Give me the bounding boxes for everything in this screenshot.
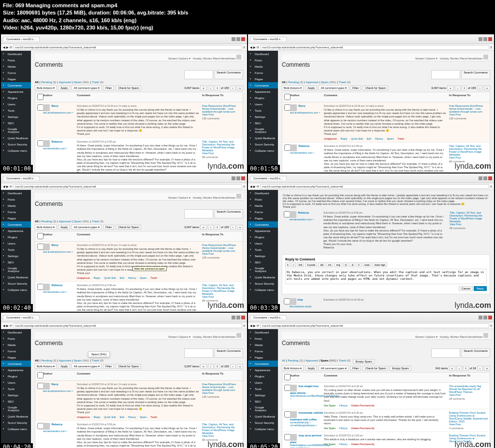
forward-icon[interactable]: ▶ [6, 45, 9, 49]
filter-all[interactable]: All [35, 81, 39, 84]
sidebar-item-pages[interactable]: ▪Pages [248, 354, 278, 361]
apply-button[interactable]: Apply [58, 225, 70, 230]
filter-spam[interactable]: Spam (341) [320, 359, 336, 364]
reply-textarea[interactable]: Hi Rebecca, you are correct in your obse… [285, 269, 487, 284]
sidebar-item-plugins[interactable]: ▪Plugins [248, 95, 278, 101]
view-post-link[interactable]: View Post [202, 252, 214, 255]
author-link[interactable]: test.auralimpressions.com > [43, 390, 73, 392]
screen-options[interactable]: Screen Options ▾ [168, 196, 190, 199]
bulk-actions-select[interactable]: Bulk Actions ▾ [35, 363, 57, 369]
sidebar-item-appearance[interactable]: ▪Appearance [248, 88, 278, 95]
sidebar-item-seo[interactable]: ▪SEO [1, 259, 31, 265]
view-post-link[interactable]: View Post [202, 391, 214, 394]
col-response[interactable]: In Response To [202, 94, 241, 101]
page-next[interactable]: › [230, 225, 236, 230]
sidebar-item-dashboard[interactable]: ▪Dashboard [248, 329, 278, 335]
delete-link[interactable]: Delete Permanently [351, 404, 375, 407]
reload-icon[interactable]: ⟳ [10, 185, 12, 188]
close-icon[interactable] [241, 176, 245, 180]
sidebar-item-google-analytics[interactable]: ▪Google Analytics [248, 405, 278, 413]
page-first[interactable]: « [449, 366, 455, 371]
page-last[interactable]: » [237, 86, 243, 90]
quickedit-link[interactable]: Quick Edit [104, 276, 116, 279]
menu-icon[interactable]: ≡ [490, 185, 492, 188]
apply-button[interactable]: Apply [305, 366, 317, 371]
post-link[interactable]: Free Responsive WordPress theme Anaximan… [202, 383, 236, 391]
sidebar-item-plugins[interactable]: ▪Plugins [1, 234, 31, 240]
col-comment[interactable]: Comment [77, 372, 202, 379]
page-input[interactable]: 1 [215, 225, 220, 230]
edit-link[interactable]: Edit [120, 276, 124, 279]
sidebar-item-users[interactable]: ▪Users [1, 101, 31, 107]
sidebar-item-sucuri-security[interactable]: ▪Sucuri Security [1, 419, 31, 426]
sidebar-item-forms[interactable]: ▪Forms [1, 70, 31, 76]
filter-all[interactable]: All [282, 359, 285, 364]
filter-pending[interactable]: Pending (3) [41, 359, 56, 362]
sidebar-item-comments[interactable]: ▪Comments [248, 361, 278, 367]
minimize-icon[interactable] [232, 316, 235, 319]
search-input[interactable] [184, 70, 213, 79]
author-link[interactable]: test.auralimpressions.com > [43, 250, 73, 253]
page-last[interactable]: » [484, 366, 490, 371]
page-next[interactable]: › [477, 366, 483, 371]
minimize-icon[interactable] [479, 316, 482, 319]
sidebar-item-forms[interactable]: ▪Forms [248, 70, 278, 76]
sidebar-item-settings[interactable]: ▪Settings [1, 114, 31, 120]
sidebar-item-forms[interactable]: ▪Forms [1, 209, 31, 215]
sidebar-item-settings[interactable]: ▪Settings [1, 253, 31, 259]
page-input[interactable]: 1 [215, 86, 220, 90]
filter-trash[interactable]: Trash (0) [92, 359, 103, 362]
filter-pending[interactable]: Pending (3) [41, 220, 56, 223]
col-author[interactable]: Author [290, 374, 324, 381]
unapprove-link[interactable]: Unapprove [77, 416, 90, 419]
reload-icon[interactable]: ⟳ [10, 324, 12, 327]
browser-tab[interactable]: Comments ‹ mor10.c… [250, 315, 287, 319]
menu-icon[interactable]: ≡ [243, 46, 245, 49]
history-link[interactable]: History [339, 404, 348, 407]
author-link[interactable]: womanwanders.com > [43, 147, 67, 150]
author-name[interactable]: Barry [52, 383, 58, 386]
sidebar-item-users[interactable]: ▪Users [248, 101, 278, 107]
avatar[interactable] [483, 333, 488, 338]
toolbar-b-quote[interactable]: b-quote [305, 262, 317, 267]
check-spam-button[interactable]: Check for Spam [116, 86, 141, 90]
delete-link[interactable]: Delete Permanently [351, 427, 375, 430]
screen-options[interactable]: Screen Options ▾ [415, 57, 437, 60]
filter-spam[interactable]: Spam (341) [74, 220, 89, 223]
back-icon[interactable]: ◀ [3, 45, 5, 49]
filter-all[interactable]: All [35, 220, 39, 223]
notspam-link[interactable]: Not Spam [324, 427, 335, 430]
col-comment[interactable]: Comment [77, 233, 202, 240]
maximize-icon[interactable] [236, 316, 240, 319]
col-comment[interactable]: Comment [324, 94, 449, 101]
back-icon[interactable]: ◀ [3, 185, 5, 188]
screen-options[interactable]: Screen Options ▾ [168, 335, 190, 338]
edit-link[interactable]: Edit [120, 416, 124, 419]
search-button[interactable]: Search Comments [214, 70, 243, 79]
sidebar-item-posts[interactable]: ▪Posts [1, 196, 31, 202]
maximize-icon[interactable] [483, 37, 487, 41]
search-button[interactable]: Search Comments [461, 348, 490, 358]
view-post-link[interactable]: View Post [449, 393, 461, 396]
sidebar-item-quick-redirects[interactable]: ▪Quick Redirects [248, 274, 278, 280]
col-response[interactable]: In Response To [449, 94, 488, 101]
address-bar[interactable]: mor10.com/wp-admin/edit-comments.php?com… [260, 323, 489, 328]
sidebar-item-google-analytics[interactable]: ▪Google Analytics [1, 265, 31, 274]
col-author[interactable]: Author [43, 233, 77, 240]
page-prev[interactable]: ‹ [455, 86, 461, 90]
quickedit-link[interactable]: Quick Edit [104, 416, 116, 419]
maximize-icon[interactable] [236, 176, 240, 180]
reload-icon[interactable]: ⟳ [257, 324, 259, 327]
address-bar[interactable]: mor10.com/wp-admin/edit-comments.php?com… [13, 184, 242, 189]
browser-tab[interactable]: Comments ‹ mor10.c… [250, 176, 287, 180]
sidebar-item-settings[interactable]: ▪Settings [248, 392, 278, 398]
view-post-link[interactable]: View Post [450, 223, 461, 226]
sidebar-item-pages[interactable]: ▪Pages [1, 215, 31, 221]
filter-approved[interactable]: Approved [59, 220, 72, 223]
view-post-link[interactable]: View Post [202, 434, 214, 437]
author-link[interactable]: womanwanders.com > [290, 218, 314, 221]
page-input[interactable]: 1 [462, 86, 467, 90]
post-link[interactable]: The accessibility-ready Tag Should be Re… [449, 385, 481, 393]
toolbar-ins[interactable]: ins [326, 262, 333, 267]
address-bar[interactable]: mor10.com/wp-admin/edit-comments.php?com… [260, 184, 489, 189]
